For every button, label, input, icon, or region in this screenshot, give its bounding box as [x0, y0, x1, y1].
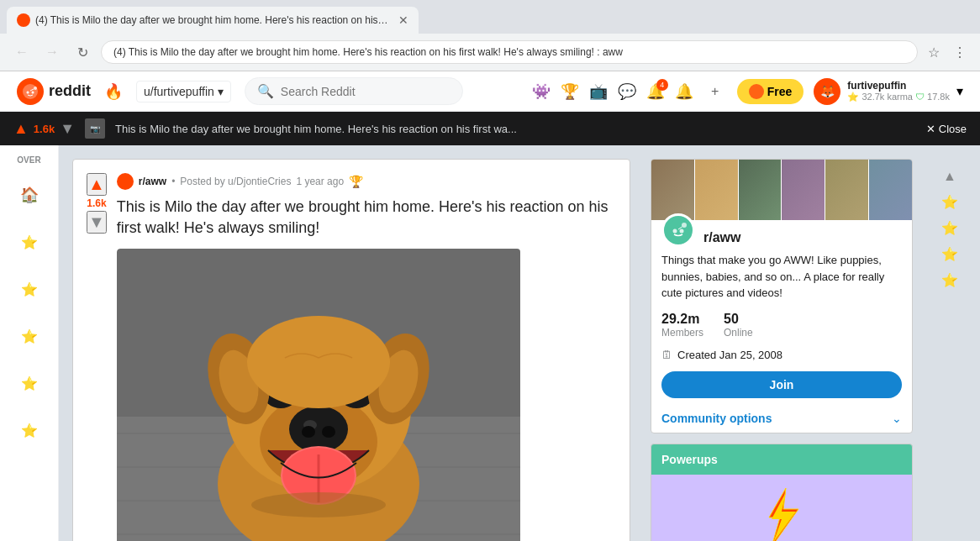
video-icon[interactable]: 📺: [589, 82, 608, 101]
sidebar-item-star-2[interactable]: ⭐: [13, 272, 46, 306]
post-container: ▲ 1.6k ▼ r/aww • Posted by u/DjontieCrie…: [72, 159, 630, 541]
karma-star-icon: ⭐: [847, 92, 859, 102]
more-button[interactable]: ⋮: [950, 41, 970, 64]
svg-point-16: [302, 426, 315, 438]
created-date: Created Jan 25, 2008: [677, 349, 782, 361]
banner-cell-2: [695, 160, 738, 220]
svg-point-17: [322, 426, 335, 438]
downvote-button[interactable]: ▼: [60, 120, 75, 138]
post-time: 1 year ago: [296, 176, 344, 187]
community-name: r/aww: [703, 230, 740, 245]
post-body: r/aww • Posted by u/DjontieCries 1 year …: [117, 173, 616, 541]
svg-point-32: [251, 492, 386, 517]
header-icons: 👾 🏆 📺 💬 🔔 4 🔔 + Free 🦊 furtivepuffin ⭐ 3…: [532, 78, 963, 105]
karma-stars-count: 32.7k karma: [861, 92, 913, 102]
upvote-section: ▲ 1.6k ▼: [13, 120, 75, 138]
announcement-thumbnail: 📷: [85, 118, 105, 139]
alien-icon[interactable]: 👾: [532, 82, 551, 101]
options-chevron-icon: ⌄: [892, 412, 902, 425]
subreddit-name[interactable]: r/aww: [139, 176, 166, 187]
powerups-header: Powerups: [651, 444, 912, 475]
lightning-icon: [756, 488, 807, 541]
free-button[interactable]: Free: [737, 79, 804, 104]
svg-point-35: [667, 219, 689, 241]
post-content-wrapper: ▲ 1.6k ▼ r/aww • Posted by u/DjontieCrie…: [87, 173, 616, 541]
notification-badge: 4: [656, 79, 668, 91]
svg-point-38: [682, 223, 687, 228]
chat-icon[interactable]: 💬: [618, 82, 636, 101]
members-stat: 29.2m Members: [661, 312, 703, 339]
plus-button[interactable]: +: [703, 80, 727, 103]
star-icon-3: ⭐: [21, 328, 38, 344]
dog-image-svg: [117, 249, 520, 541]
search-input[interactable]: [281, 85, 450, 98]
far-right-icon-3[interactable]: ⭐: [941, 220, 958, 236]
address-bar[interactable]: (4) This is Milo the day after we brough…: [101, 40, 918, 64]
search-bar[interactable]: 🔍: [245, 77, 463, 105]
svg-point-0: [23, 84, 38, 99]
karma-shield-icon: 🛡: [915, 92, 925, 102]
post-author: Posted by u/DjontieCries: [180, 176, 291, 187]
powerups-section: Powerups: [651, 444, 913, 541]
back-button[interactable]: ←: [10, 40, 34, 64]
bookmark-button[interactable]: ☆: [925, 41, 943, 64]
banner-cell-6: [869, 160, 912, 220]
community-banner: r/aww Things that make you go AWW! Like …: [651, 159, 913, 433]
sidebar-item-home[interactable]: 🏠: [13, 178, 46, 212]
user-profile[interactable]: 🦊 furtivepuffin ⭐ 32.7k karma 🛡 17.8k ▾: [814, 78, 963, 105]
svg-point-1: [27, 91, 29, 93]
post-downvote-button[interactable]: ▼: [87, 211, 107, 234]
far-right-icon-2[interactable]: ⭐: [941, 194, 958, 210]
sidebar-item-star-1[interactable]: ⭐: [13, 225, 46, 259]
free-button-icon: [749, 84, 764, 99]
sidebar-item-star-3[interactable]: ⭐: [13, 319, 46, 353]
members-count: 29.2m: [661, 312, 703, 327]
post-image: [117, 249, 520, 541]
upvote-button[interactable]: ▲: [13, 120, 29, 138]
join-button[interactable]: Join: [661, 371, 902, 398]
star-icon-4: ⭐: [21, 376, 38, 391]
community-stats: 29.2m Members 50 Online: [661, 312, 902, 339]
powerups-content: [651, 475, 912, 541]
community-description: Things that make you go AWW! Like puppie…: [661, 252, 902, 302]
svg-point-3: [34, 87, 37, 90]
close-x-icon: ✕: [926, 123, 935, 135]
online-label: Online: [724, 327, 753, 339]
reddit-logo[interactable]: reddit: [17, 78, 91, 105]
far-right-icon-5[interactable]: ⭐: [941, 272, 958, 288]
tab-bar: (4) This is Milo the day after we brough…: [0, 0, 980, 34]
star-icon-2: ⭐: [21, 281, 38, 297]
user-dropdown[interactable]: u/furtivepuffin ▾: [136, 81, 231, 102]
tab-close-button[interactable]: ✕: [398, 13, 408, 27]
far-right-icon-4[interactable]: ⭐: [941, 246, 958, 262]
svg-point-2: [32, 91, 34, 93]
address-text: (4) This is Milo the day after we brough…: [113, 46, 905, 58]
award-icon[interactable]: 🏆: [561, 82, 579, 101]
content-area: ▲ 1.6k ▼ r/aww • Posted by u/DjontieCrie…: [59, 145, 980, 541]
subreddit-icon: [117, 173, 134, 190]
banner-cell-1: [651, 160, 694, 220]
community-options[interactable]: Community options ⌄: [661, 408, 902, 428]
banner-cell-4: [782, 160, 825, 220]
far-right-panel: ▲ ⭐ ⭐ ⭐ ⭐: [933, 159, 967, 541]
svg-point-14: [289, 406, 348, 453]
sidebar-item-star-5[interactable]: ⭐: [13, 413, 46, 447]
post-vote-score: 1.6k: [87, 197, 106, 209]
post-upvote-button[interactable]: ▲: [87, 173, 107, 196]
browser-tab[interactable]: (4) This is Milo the day after we brough…: [7, 7, 419, 34]
notification-bell[interactable]: 🔔 4: [646, 82, 665, 101]
forward-button[interactable]: →: [40, 40, 64, 64]
username: furtivepuffin: [847, 80, 950, 92]
alert-bell[interactable]: 🔔: [675, 82, 693, 101]
online-count: 50: [724, 312, 753, 327]
star-icon-5: ⭐: [21, 423, 38, 439]
close-button[interactable]: ✕ Close: [926, 123, 967, 135]
refresh-button[interactable]: ↻: [71, 40, 94, 64]
far-right-icon-1[interactable]: ▲: [943, 169, 956, 184]
main-layout: OVER 🏠 ⭐ ⭐ ⭐ ⭐ ⭐ ▲ 1.6k ▼: [0, 145, 980, 541]
sidebar-item-star-4[interactable]: ⭐: [13, 366, 46, 400]
svg-point-37: [680, 229, 684, 234]
reddit-header: reddit 🔥 u/furtivepuffin ▾ 🔍 👾 🏆 📺 💬 🔔 4…: [0, 71, 980, 112]
chevron-down-icon: ▾: [218, 85, 224, 98]
post-title: This is Milo the day after we brought hi…: [117, 197, 616, 239]
